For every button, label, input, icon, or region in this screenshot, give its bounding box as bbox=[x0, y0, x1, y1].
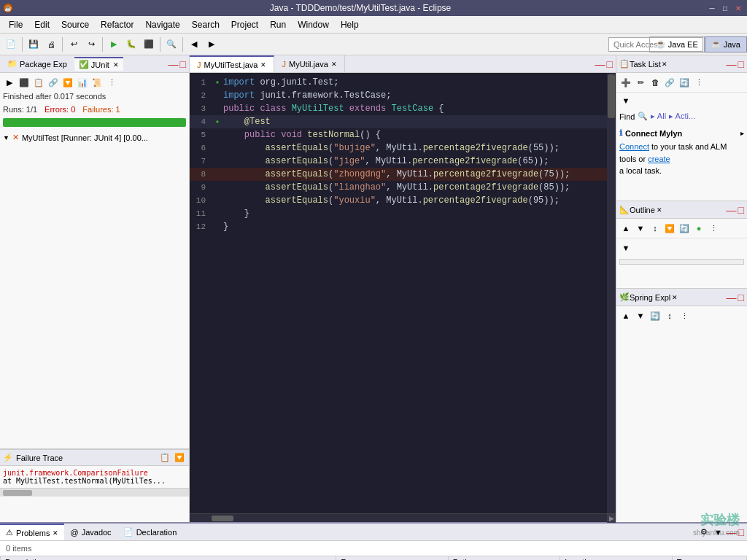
code-editor[interactable]: 1 ⬥ import org.junit.Test; 2 import juni… bbox=[190, 73, 616, 513]
outline-close-icon[interactable]: ✕ bbox=[657, 206, 662, 214]
tab-problems[interactable]: ⚠ Problems ✕ bbox=[0, 524, 64, 540]
editor-minimize[interactable]: — bbox=[595, 59, 605, 69]
menu-project[interactable]: Project bbox=[225, 18, 264, 31]
minimize-button[interactable]: ─ bbox=[706, 2, 718, 14]
junit-tree-item[interactable]: ▼ ✕ MyUtilTest [Runner: JUnit 4] [0.00..… bbox=[3, 131, 186, 144]
junit-scroll-button[interactable]: 📜 bbox=[90, 76, 104, 89]
outline-collapse-button[interactable]: ▲ bbox=[619, 222, 632, 235]
editor-tabs: J MyUtilTest.java ✕ J MyUtil.java ✕ — □ bbox=[190, 55, 616, 73]
save-button[interactable]: 💾 bbox=[26, 36, 42, 52]
tab-package-explorer[interactable]: 📁 Package Exp bbox=[3, 58, 71, 70]
outline-sort-button[interactable]: ↕ bbox=[649, 222, 662, 235]
find-acti-btn[interactable]: ▸ Acti... bbox=[669, 112, 695, 121]
task-expand-all[interactable]: ▼ bbox=[619, 94, 632, 107]
junit-history-button[interactable]: 📋 bbox=[32, 76, 45, 89]
redo-button[interactable]: ↪ bbox=[83, 36, 99, 52]
outline-filter-button[interactable]: 🔽 bbox=[663, 222, 676, 235]
left-panel-maximize[interactable]: □ bbox=[180, 59, 186, 69]
task-expand-icon[interactable]: ✕ bbox=[662, 61, 667, 68]
spring-sort-button[interactable]: ↕ bbox=[663, 309, 676, 322]
col-description[interactable]: Description bbox=[1, 556, 336, 561]
spring-minimize[interactable]: — bbox=[727, 292, 737, 303]
outline-status-button[interactable]: ● bbox=[692, 222, 705, 235]
menu-help[interactable]: Help bbox=[335, 18, 365, 31]
connect-link[interactable]: Connect bbox=[619, 142, 649, 151]
print-button[interactable]: 🖨 bbox=[43, 36, 59, 52]
task-minimize[interactable]: — bbox=[727, 59, 737, 69]
undo-button[interactable]: ↩ bbox=[66, 36, 82, 52]
menu-edit[interactable]: Edit bbox=[28, 18, 55, 31]
create-link[interactable]: create bbox=[648, 155, 670, 163]
outline-maximize[interactable]: □ bbox=[738, 205, 744, 215]
find-all-btn[interactable]: ▸ All bbox=[651, 112, 666, 121]
col-path[interactable]: Path bbox=[448, 556, 560, 561]
menu-run[interactable]: Run bbox=[264, 18, 292, 31]
left-hscroll-thumb[interactable] bbox=[3, 490, 32, 496]
menu-navigate[interactable]: Navigate bbox=[139, 18, 185, 31]
search-button[interactable]: 🔍 bbox=[163, 36, 179, 52]
outline-hscroll[interactable] bbox=[619, 259, 744, 265]
editor-maximize[interactable]: □ bbox=[607, 59, 613, 69]
spring-collapse-button[interactable]: ▲ bbox=[619, 309, 632, 322]
failure-filter-button[interactable]: 🔽 bbox=[173, 451, 186, 464]
tab-junit[interactable]: ✅ JUnit ✕ bbox=[74, 57, 123, 71]
editor-tab-close-icon[interactable]: ✕ bbox=[260, 61, 266, 69]
task-delete-button[interactable]: 🗑 bbox=[649, 76, 662, 89]
menu-source[interactable]: Source bbox=[55, 18, 95, 31]
perspective-javaee[interactable]: ☕ Java EE bbox=[649, 36, 705, 52]
junit-rerun-button[interactable]: ▶ bbox=[3, 76, 16, 89]
task-more-button[interactable]: ⋮ bbox=[692, 76, 705, 89]
menu-file[interactable]: File bbox=[3, 18, 28, 31]
outline-expand-button[interactable]: ▼ bbox=[634, 222, 647, 235]
col-location[interactable]: Location bbox=[560, 556, 672, 561]
failure-copy-button[interactable]: 📋 bbox=[158, 451, 171, 464]
col-resource[interactable]: Resource bbox=[336, 556, 448, 561]
debug-button[interactable]: 🐛 bbox=[123, 36, 139, 52]
editor-tab2-close-icon[interactable]: ✕ bbox=[331, 61, 337, 68]
task-edit-button[interactable]: ✏ bbox=[634, 76, 647, 89]
spring-close-icon[interactable]: ✕ bbox=[672, 294, 678, 301]
prev-button[interactable]: ◀ bbox=[186, 36, 202, 52]
task-refresh-button[interactable]: 🔄 bbox=[678, 76, 691, 89]
tab-myutil[interactable]: J MyUtil.java ✕ bbox=[274, 55, 344, 72]
task-maximize[interactable]: □ bbox=[738, 59, 744, 69]
editor-vscroll[interactable] bbox=[607, 73, 616, 513]
junit-filter-button[interactable]: 🔽 bbox=[61, 76, 74, 89]
expand-icon[interactable]: ▸ bbox=[740, 130, 744, 137]
perspective-java[interactable]: ☕ Java bbox=[705, 36, 747, 52]
task-add-button[interactable]: ➕ bbox=[619, 76, 632, 89]
menu-refactor[interactable]: Refactor bbox=[95, 18, 139, 31]
outline-expand-all[interactable]: ▼ bbox=[619, 241, 632, 254]
junit-link-button[interactable]: 🔗 bbox=[47, 76, 60, 89]
junit-stop-button[interactable]: ⬛ bbox=[18, 76, 31, 89]
left-panel-minimize[interactable]: — bbox=[169, 59, 179, 69]
editor-scroll-right[interactable]: ▶ bbox=[607, 514, 616, 523]
outline-minimize[interactable]: — bbox=[727, 205, 737, 215]
junit-more-button[interactable]: ⋮ bbox=[105, 76, 118, 89]
run-button[interactable]: ▶ bbox=[106, 36, 122, 52]
spring-maximize[interactable]: □ bbox=[738, 292, 744, 303]
tab-declaration[interactable]: 📄 Declaration bbox=[117, 524, 183, 540]
maximize-button[interactable]: □ bbox=[719, 2, 731, 14]
spring-more-button[interactable]: ⋮ bbox=[678, 309, 691, 322]
outline-sync-button[interactable]: 🔄 bbox=[678, 222, 691, 235]
menu-search[interactable]: Search bbox=[186, 18, 225, 31]
spring-refresh-button[interactable]: 🔄 bbox=[649, 309, 662, 322]
tab-javadoc[interactable]: @ Javadoc bbox=[64, 524, 117, 540]
editor-hscroll-thumb[interactable] bbox=[212, 516, 233, 521]
problems-close-icon[interactable]: ✕ bbox=[53, 529, 58, 537]
tab-myutiltest[interactable]: J MyUtilTest.java ✕ bbox=[190, 55, 274, 72]
new-button[interactable]: 📄 bbox=[3, 36, 19, 52]
menu-window[interactable]: Window bbox=[292, 18, 335, 31]
menubar: File Edit Source Refactor Navigate Searc… bbox=[0, 16, 747, 34]
task-link-button[interactable]: 🔗 bbox=[663, 76, 676, 89]
left-hscroll[interactable] bbox=[0, 488, 189, 497]
junit-layout-button[interactable]: 📊 bbox=[76, 76, 89, 89]
col-type[interactable]: Type bbox=[672, 556, 746, 561]
spring-expand-button[interactable]: ▼ bbox=[634, 309, 647, 322]
stop-button[interactable]: ⬛ bbox=[141, 36, 157, 52]
junit-close-icon[interactable]: ✕ bbox=[113, 61, 119, 69]
close-button[interactable]: ✕ bbox=[732, 2, 744, 14]
next-button[interactable]: ▶ bbox=[204, 36, 220, 52]
outline-more-button[interactable]: ⋮ bbox=[707, 222, 720, 235]
